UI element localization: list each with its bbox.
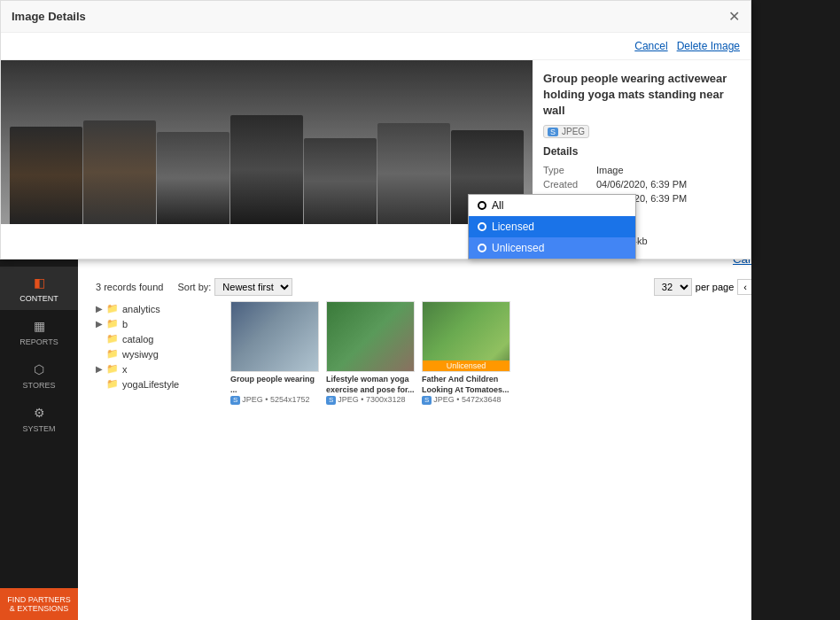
per-page-label: per page [696,282,734,292]
image-card-meta-1: Group people wearing ... S JPEG • 5254x1… [230,372,319,406]
folder-icon: 📁 [106,363,119,375]
unlicensed-badge: Unlicensed [423,360,509,371]
format-type-1: JPEG • 5254x1752 [242,395,309,406]
sidebar-item-system[interactable]: ⚙ SYSTEM [0,397,78,440]
sidebar-item-content[interactable]: ◧ CONTENT [0,267,78,310]
tree-item-yogalifestyle[interactable]: 📁 yogaLifestyle [96,376,220,391]
type-value: Image [596,165,624,175]
tree-item-analytics[interactable]: ▶ 📁 analytics [96,301,220,316]
folder-label-catalog: catalog [122,334,153,345]
detail-type-row: Type Image [543,163,740,177]
license-option-all[interactable]: All [469,195,635,216]
image-card-3: Unlicensed Father And Children Looking A… [422,301,510,478]
folder-icon: 📁 [106,333,119,345]
folder-icon: 📁 [106,378,119,390]
gallery-layout: ▶ 📁 analytics ▶ 📁 b 📁 catalog 📁 wysiwyg [78,301,840,478]
sidebar-label-system: SYSTEM [22,424,55,433]
image-thumb-1[interactable] [230,301,319,372]
folder-label-wysiwyg: wysiwyg [122,349,159,360]
folder-icon: 📁 [106,318,119,329]
records-info: 3 records found Sort by: Newest first 32… [78,273,840,301]
license-option-unlicensed[interactable]: Unlicensed [469,237,635,259]
format-type-2: JPEG • 7300x3128 [338,395,405,406]
format-badge-s-3: S [422,396,432,405]
created-label: Created [543,179,596,190]
format-s-label: S [548,128,558,136]
thumb-yoga-placeholder [231,302,318,371]
folder-label-analytics: analytics [122,304,160,314]
type-label: Type [543,165,596,175]
format-type: JPEG [562,127,585,136]
license-dropdown: All Licensed Unlicensed [468,194,636,260]
close-icon[interactable]: ✕ [728,8,740,25]
records-count: 3 records found [96,282,163,292]
format-type-3: JPEG • 5472x3648 [433,395,501,406]
folder-icon: 📁 [106,303,119,314]
image-details-panel: Image Details ✕ Cancel Delete Image [0,0,751,260]
license-licensed-label: Licensed [492,221,534,233]
right-dark-panel [751,0,840,620]
license-option-licensed[interactable]: Licensed [469,216,635,237]
format-badge-s-1: S [230,396,240,405]
image-thumb-3[interactable]: Unlicensed [422,301,510,372]
folder-label-x: x [122,364,128,375]
folder-icon: 📁 [106,348,119,360]
sort-wrap: 3 records found Sort by: Newest first [96,278,292,296]
tree-item-wysiwyg[interactable]: 📁 wysiwyg [96,346,220,361]
sidebar-label-stores: STORES [23,381,56,390]
reports-icon: ▦ [30,317,48,335]
image-details-title: Image Details [12,10,86,23]
image-details-actions: Cancel Delete Image [1,33,751,60]
content-icon: ◧ [30,274,48,291]
radio-licensed [478,222,486,231]
tree-item-b[interactable]: ▶ 📁 b [96,316,220,331]
sidebar-label-reports: REPORTS [19,337,58,346]
created-value: 04/06/2020, 6:39 PM [596,179,687,190]
image-preview [1,60,533,224]
license-all-label: All [492,199,503,212]
delete-image-button[interactable]: Delete Image [677,40,740,52]
expand-icon: ▶ [96,319,103,329]
image-format-1: S JPEG • 5254x1752 [230,395,319,406]
image-card-2: Lifestyle woman yoga exercise and pose f… [326,301,415,478]
expand-icon: ▶ [96,364,103,374]
expand-icon: ▶ [96,304,103,314]
format-badge-s-2: S [326,396,336,405]
radio-all [478,201,486,210]
folder-label-yogalifestyle: yogaLifestyle [122,379,179,390]
sidebar-item-partners[interactable]: FIND PARTNERS & EXTENSIONS [0,588,78,620]
tree-item-x[interactable]: ▶ 📁 x [96,361,220,376]
image-format-3: S JPEG • 5472x3648 [422,395,510,406]
image-details-body: Group people wearing activewear holding … [1,60,751,259]
folder-tree: ▶ 📁 analytics ▶ 📁 b 📁 catalog 📁 wysiwyg [96,301,220,478]
image-thumb-2[interactable] [326,301,415,372]
image-name-1: Group people wearing ... [230,375,319,395]
sidebar-item-reports[interactable]: ▦ REPORTS [0,310,78,353]
per-page-select[interactable]: 32 [654,278,692,296]
folder-label-b: b [122,319,128,329]
image-grid: Group people wearing ... S JPEG • 5254x1… [230,301,822,478]
sort-label: Sort by: [177,282,211,292]
details-section-title: Details [543,145,740,158]
image-card-meta-2: Lifestyle woman yoga exercise and pose f… [326,372,415,406]
image-card-meta-3: Father And Children Looking At Tomatoes.… [422,372,510,406]
system-icon: ⚙ [30,404,48,422]
thumb-lifestyle-placeholder [327,302,414,371]
license-unlicensed-label: Unlicensed [492,242,544,254]
sort-select[interactable]: Newest first [214,278,292,296]
image-format-badge: S JPEG [543,125,589,138]
tree-item-catalog[interactable]: 📁 catalog [96,331,220,346]
stores-icon: ⬡ [30,360,48,378]
radio-unlicensed [478,244,486,252]
image-name-3: Father And Children Looking At Tomatoes.… [422,375,510,395]
detail-created-row: Created 04/06/2020, 6:39 PM [543,177,740,191]
image-name-2: Lifestyle woman yoga exercise and pose f… [326,375,415,395]
image-details-header: Image Details ✕ [1,1,751,33]
partners-label: FIND PARTNERS & EXTENSIONS [4,595,74,613]
image-title: Group people wearing activewear holding … [543,71,740,120]
sidebar-item-stores[interactable]: ⬡ STORES [0,353,78,397]
image-card-1: Group people wearing ... S JPEG • 5254x1… [230,301,319,478]
cancel-button[interactable]: Cancel [634,40,667,52]
sidebar-label-content: CONTENT [19,294,58,303]
image-format-2: S JPEG • 7300x3128 [326,395,415,406]
